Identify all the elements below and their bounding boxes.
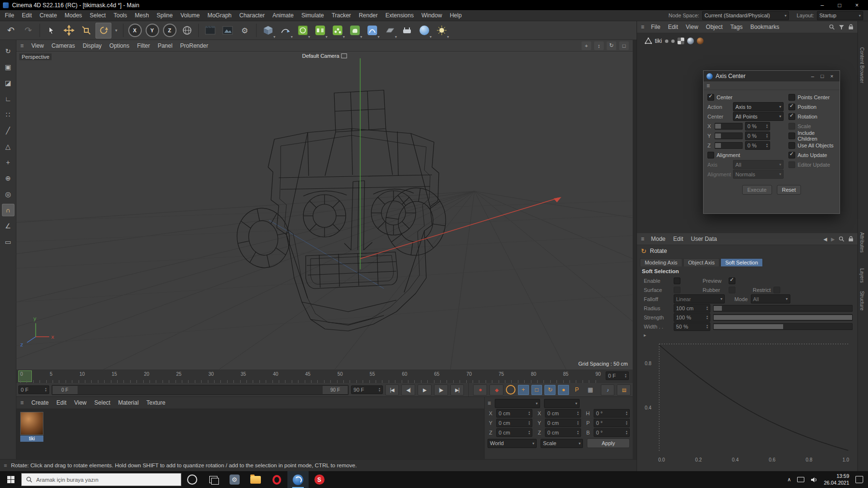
mat-menu-material[interactable]: Material xyxy=(118,399,139,406)
menu-tools[interactable]: Tools xyxy=(113,12,127,19)
rotation-p-field[interactable]: 0 °▴▾ xyxy=(594,419,630,427)
end-frame-field[interactable]: 90 F ▴▾ xyxy=(351,385,383,394)
snap-button[interactable]: ∩ xyxy=(2,204,14,216)
material-thumbnail[interactable] xyxy=(20,412,43,435)
x-slider[interactable] xyxy=(715,123,743,130)
network-icon[interactable] xyxy=(797,477,804,482)
layout-dropdown[interactable]: Startup ▾ xyxy=(817,11,863,20)
tab-content-browser[interactable]: Content Browser xyxy=(859,47,865,83)
history-forward-icon[interactable]: ▶ xyxy=(831,237,835,242)
tab-modeling-axis[interactable]: Modeling Axis xyxy=(640,258,682,266)
quantize-button[interactable]: ∠ xyxy=(2,220,14,232)
make-editable-button[interactable]: ↻ xyxy=(2,45,14,57)
am-menu-userdata[interactable]: User Data xyxy=(691,236,717,242)
viewport-panel-menu-icon[interactable]: ≡ xyxy=(20,42,24,49)
taskbar-app-file-explorer[interactable] xyxy=(245,471,266,488)
play-button[interactable]: ▶ xyxy=(418,384,432,396)
surface-checkbox[interactable] xyxy=(674,287,680,293)
vp-menu-options[interactable]: Options xyxy=(109,42,129,49)
lock-z-button[interactable]: Z xyxy=(162,23,177,39)
menu-help[interactable]: Help xyxy=(450,12,462,19)
vp-menu-filter[interactable]: Filter xyxy=(137,42,150,49)
width-field[interactable]: 50 %▴▾ xyxy=(674,322,710,331)
autokey-button[interactable] xyxy=(506,385,515,395)
lock-x-button[interactable]: X xyxy=(127,23,143,39)
move-tool[interactable] xyxy=(61,23,77,39)
toggle-view-icon[interactable]: □ xyxy=(619,41,629,50)
y-slider[interactable] xyxy=(715,132,743,139)
redo-button[interactable]: ↷ xyxy=(20,23,36,39)
radius-field[interactable]: 100 cm▴▾ xyxy=(674,304,710,313)
rubber-checkbox[interactable] xyxy=(729,287,735,293)
menu-extensions[interactable]: Extensions xyxy=(385,12,414,19)
coordinate-system-dropdown[interactable]: World▾ xyxy=(488,439,537,448)
menu-volume[interactable]: Volume xyxy=(180,12,200,19)
frame-range-slider[interactable]: 0 F 90 F xyxy=(52,385,349,395)
render-picture-viewer-button[interactable] xyxy=(219,23,235,39)
menu-character[interactable]: Character xyxy=(239,12,265,19)
menu-create[interactable]: Create xyxy=(40,12,57,19)
lock-icon[interactable] xyxy=(848,236,854,242)
strength-slider[interactable] xyxy=(713,314,853,321)
auto-update-checkbox[interactable] xyxy=(788,152,795,158)
lock-icon[interactable] xyxy=(848,24,854,30)
record-pla-toggle[interactable]: P xyxy=(571,385,583,395)
pan-view-icon[interactable]: + xyxy=(582,41,591,50)
record-parameter-toggle[interactable]: ● xyxy=(558,385,569,395)
render-settings-button[interactable]: ⚙ xyxy=(237,23,253,39)
axis-dropdown[interactable]: All▾ xyxy=(733,160,784,169)
tweak-mode-button[interactable]: + xyxy=(2,156,14,169)
mat-menu-select[interactable]: Select xyxy=(95,399,110,406)
taskbar-app-opera[interactable] xyxy=(266,471,287,488)
dialog-minimize-button[interactable]: – xyxy=(808,72,817,80)
restrict-checkbox[interactable] xyxy=(773,287,780,293)
scale-checkbox[interactable] xyxy=(788,123,795,130)
polygons-mode-button[interactable]: △ xyxy=(2,140,14,153)
menu-window[interactable]: Window xyxy=(421,12,442,19)
curve-expand-icon[interactable]: ▸ xyxy=(644,332,646,338)
taskbar-app-settings[interactable]: ⚙ xyxy=(224,471,245,488)
mode-dropdown[interactable]: All▾ xyxy=(751,294,790,303)
enable-axis-button[interactable]: ⊕ xyxy=(2,172,14,185)
close-button[interactable]: × xyxy=(849,0,865,10)
vp-menu-cameras[interactable]: Cameras xyxy=(52,42,75,49)
om-menu-view[interactable]: View xyxy=(686,24,698,30)
record-position-toggle[interactable]: + xyxy=(518,385,529,395)
floor-button[interactable]: ▾ xyxy=(381,23,397,39)
playback-options-button[interactable]: ▤ xyxy=(617,384,631,396)
mat-menu-edit[interactable]: Edit xyxy=(56,399,67,406)
previous-frame-button[interactable]: ◀| xyxy=(401,384,415,396)
taskbar-app-cinema4d[interactable] xyxy=(287,471,309,488)
volume-icon[interactable] xyxy=(811,477,817,483)
ruler-frame-field[interactable]: 0 F ▴▾ xyxy=(606,371,629,380)
workplane-lock-button[interactable]: ▭ xyxy=(2,236,14,248)
vp-menu-display[interactable]: Display xyxy=(83,42,102,49)
search-icon[interactable] xyxy=(829,24,835,30)
om-menu-edit[interactable]: Edit xyxy=(668,24,678,30)
object-row[interactable]: tiki xyxy=(640,36,854,46)
search-icon[interactable] xyxy=(839,236,844,242)
menu-spline[interactable]: Spline xyxy=(157,12,173,19)
om-menu-file[interactable]: File xyxy=(651,24,660,30)
object-panel-menu-icon[interactable]: ≡ xyxy=(641,24,644,30)
y-percent-field[interactable]: 0 %▴▾ xyxy=(745,132,770,140)
subdivision-surface-button[interactable]: ▾ xyxy=(295,23,311,39)
om-menu-bookmarks[interactable]: Bookmarks xyxy=(750,24,779,30)
z-percent-field[interactable]: 0 %▴▾ xyxy=(745,141,770,150)
taskbar-app-s[interactable]: S xyxy=(309,471,330,488)
minimize-button[interactable]: – xyxy=(814,0,830,10)
points-center-checkbox[interactable] xyxy=(788,94,795,101)
alignment-dropdown[interactable]: Normals▾ xyxy=(733,170,784,179)
record-button[interactable]: ● xyxy=(473,384,487,396)
reset-button[interactable]: Reset xyxy=(777,185,801,195)
apply-button[interactable]: Apply xyxy=(587,438,630,448)
mat-menu-view[interactable]: View xyxy=(74,399,87,406)
falloff-curve-graph[interactable]: 0.8 0.4 0.00.2 0.40.6 0.81.0 xyxy=(637,339,857,476)
material-tag-icon[interactable] xyxy=(697,38,704,44)
coordinates-column-dropdown[interactable]: ▾ xyxy=(495,399,540,408)
scale-tool[interactable] xyxy=(78,23,94,39)
center-dropdown[interactable]: All Points▾ xyxy=(733,112,784,121)
spline-pen-button[interactable]: ▾ xyxy=(277,23,293,39)
live-selection-tool[interactable] xyxy=(43,23,59,39)
start-button[interactable] xyxy=(0,471,21,488)
